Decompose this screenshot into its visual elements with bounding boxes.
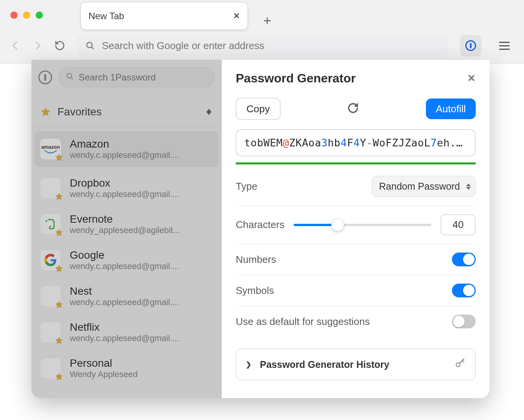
onepassword-logo-icon[interactable] <box>38 71 52 84</box>
key-icon <box>454 358 466 371</box>
item-title: Google <box>70 249 179 261</box>
favorite-star-icon <box>55 192 63 201</box>
svg-rect-3 <box>470 43 471 48</box>
address-bar[interactable] <box>77 35 448 56</box>
item-logo-icon: N <box>40 322 61 343</box>
default-label: Use as default for suggestions <box>236 316 370 328</box>
list-item[interactable]: PersonalWendy Appleseed <box>31 350 222 386</box>
default-row: Use as default for suggestions <box>236 306 476 337</box>
item-subtitle: wendy.c.appleseed@gmail.... <box>70 333 179 343</box>
length-slider[interactable] <box>294 224 431 226</box>
svg-rect-11 <box>51 368 56 369</box>
symbols-label: Symbols <box>236 285 274 297</box>
type-label: Type <box>236 180 257 192</box>
characters-row: Characters 40 <box>236 206 476 244</box>
favorite-star-icon <box>55 372 63 381</box>
browser-chrome: New Tab ✕ ＋ <box>0 0 524 64</box>
symbols-row: Symbols <box>236 275 476 306</box>
password-generator-pane: Password Generator ✕ Copy Autofill tobWE… <box>222 60 490 398</box>
symbols-toggle[interactable] <box>452 284 476 297</box>
new-tab-button[interactable]: ＋ <box>261 11 274 29</box>
svg-line-7 <box>71 77 72 79</box>
chevron-right-icon: ❯ <box>246 360 251 369</box>
item-subtitle: wendy.c.appleseed@gmail.... <box>70 189 179 199</box>
type-row: Type Random Password <box>236 167 476 206</box>
list-item[interactable]: Dropboxwendy.c.appleseed@gmail.... <box>31 170 222 206</box>
svg-line-1 <box>91 47 93 49</box>
svg-rect-5 <box>44 74 46 81</box>
list-item[interactable]: nNestwendy.c.appleseed@gmail.... <box>31 278 222 314</box>
window-close-button[interactable] <box>10 11 18 19</box>
item-title: Netflix <box>70 321 179 333</box>
length-value[interactable]: 40 <box>440 214 476 235</box>
password-strength-bar <box>236 162 476 164</box>
search-input[interactable] <box>79 72 207 83</box>
item-logo-icon <box>40 177 61 199</box>
favorite-star-icon <box>55 264 63 273</box>
list-item[interactable]: amazonAmazonwendy.c.appleseed@gmail.... <box>34 131 218 167</box>
window-zoom-button[interactable] <box>36 11 43 19</box>
tab-title: New Tab <box>89 11 124 21</box>
star-icon <box>40 106 51 118</box>
item-logo-icon: amazon <box>40 138 61 160</box>
item-title: Personal <box>70 357 138 369</box>
type-select[interactable]: Random Password <box>372 176 476 197</box>
item-subtitle: wendy_appleseed@agilebit... <box>70 225 180 235</box>
close-icon[interactable]: ✕ <box>467 72 476 84</box>
onepassword-panel: Favorites amazonAmazonwendy.c.appleseed@… <box>31 60 490 398</box>
traffic-lights <box>10 11 43 19</box>
copy-button[interactable]: Copy <box>236 98 281 120</box>
list-item[interactable]: NNetflixwendy.c.appleseed@gmail.... <box>31 314 222 350</box>
browser-toolbar <box>0 32 524 59</box>
item-subtitle: wendy.c.appleseed@gmail.... <box>70 297 179 307</box>
autofill-button[interactable]: Autofill <box>426 98 476 119</box>
list-item[interactable]: Evernotewendy_appleseed@agilebit... <box>31 206 222 242</box>
generated-password-field[interactable]: tobWEM@ZKAoa3hb4F4Y-WoFZJZaoL7eh... <box>236 129 476 156</box>
item-logo-icon: n <box>40 285 61 307</box>
item-title: Nest <box>70 285 179 297</box>
reload-icon[interactable] <box>54 40 65 51</box>
favorites-header[interactable]: Favorites <box>31 96 222 128</box>
numbers-toggle[interactable] <box>452 253 476 266</box>
chevron-updown-icon <box>466 184 471 190</box>
svg-point-9 <box>47 366 50 369</box>
item-title: Dropbox <box>70 177 179 189</box>
favorite-star-icon <box>55 153 63 162</box>
search-icon <box>66 72 74 83</box>
menu-icon[interactable] <box>499 42 510 50</box>
chevron-updown-icon <box>206 109 212 115</box>
item-subtitle: wendy.c.appleseed@gmail.... <box>70 150 179 160</box>
sidebar: Favorites amazonAmazonwendy.c.appleseed@… <box>31 60 222 398</box>
favorite-star-icon <box>55 336 63 345</box>
regenerate-icon[interactable] <box>347 102 359 115</box>
search-field[interactable] <box>58 67 215 87</box>
favorite-star-icon <box>55 300 63 309</box>
item-logo-icon <box>40 249 61 271</box>
list-item[interactable]: Googlewendy.c.appleseed@gmail.... <box>31 242 222 278</box>
history-button[interactable]: ❯ Password Generator History <box>236 348 476 381</box>
svg-rect-10 <box>51 366 56 367</box>
window-minimize-button[interactable] <box>23 11 30 19</box>
page-title: Password Generator <box>236 71 356 85</box>
default-toggle[interactable] <box>452 315 476 328</box>
favorites-list: amazonAmazonwendy.c.appleseed@gmail....D… <box>31 128 222 386</box>
history-label: Password Generator History <box>260 359 389 370</box>
forward-icon[interactable] <box>32 40 43 51</box>
section-title: Favorites <box>57 106 102 118</box>
address-input[interactable] <box>102 40 440 52</box>
characters-label: Characters <box>236 219 284 231</box>
item-logo-icon <box>40 213 61 235</box>
slider-thumb[interactable] <box>331 218 344 231</box>
close-tab-icon[interactable]: ✕ <box>233 11 240 21</box>
favorite-star-icon <box>55 228 63 237</box>
back-icon[interactable] <box>10 40 21 51</box>
item-title: Amazon <box>70 138 179 150</box>
type-value: Random Password <box>379 181 460 192</box>
item-subtitle: Wendy Appleseed <box>70 369 138 379</box>
numbers-label: Numbers <box>236 254 276 266</box>
numbers-row: Numbers <box>236 244 476 275</box>
browser-tab[interactable]: New Tab ✕ <box>80 2 248 30</box>
sidebar-header <box>31 60 222 96</box>
onepassword-extension-button[interactable] <box>460 35 481 56</box>
search-icon <box>85 41 95 51</box>
